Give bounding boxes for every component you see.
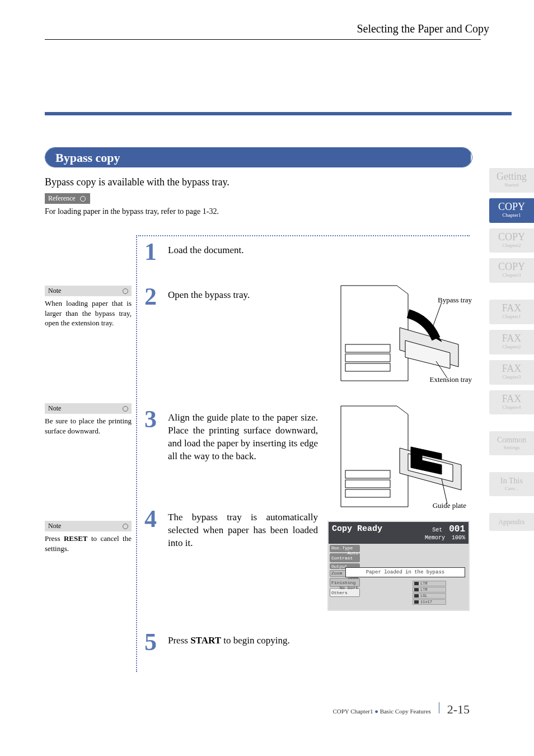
tab-title: Getting — [496, 171, 527, 182]
step-2: 2 Open the bypass tray. — [144, 286, 318, 308]
svg-rect-6 — [345, 470, 390, 478]
step-number: 3 — [144, 408, 160, 463]
lcd-btn-doctype[interactable]: Doc.TypeAuto — [330, 545, 360, 552]
label-extension-tray: Extension tray — [430, 375, 472, 384]
tab-sub: Chapter1 — [489, 314, 534, 320]
tab-appendix[interactable]: Appendix — [489, 513, 534, 531]
tab-title: COPY — [498, 231, 525, 242]
circle-icon — [123, 288, 128, 294]
lcd-tray-item[interactable]: LGL — [413, 593, 446, 599]
tab-sub: Chapter1 — [489, 212, 534, 218]
step-text: Open the bypass tray. — [168, 286, 250, 308]
page-footer: COPY Chapter1 ● Basic Copy Features 2-15 — [332, 702, 470, 717]
tab-copy-ch1[interactable]: COPY Chapter1 — [489, 198, 534, 223]
svg-rect-0 — [345, 344, 390, 352]
svg-rect-1 — [345, 354, 390, 362]
step-text: Press START to begin copying. — [168, 631, 290, 654]
note-label: Note — [45, 521, 132, 531]
tab-sub: Settings — [489, 445, 534, 451]
tab-sub: Chapter2 — [489, 344, 534, 350]
step-text: Align the guide plate to the paper size.… — [168, 408, 318, 463]
lcd-body: Doc.TypeAuto Contrast Output Zoom100% Fi… — [329, 544, 469, 610]
label-guide-plate: Guide plate — [433, 501, 466, 510]
svg-rect-7 — [345, 480, 390, 488]
step-4: 4 The bypass tray is automatically selec… — [144, 508, 318, 550]
lcd-header: Copy Ready Set 001 Memory 100% — [329, 522, 469, 544]
header-rule — [45, 39, 481, 40]
tab-sub: Case... — [489, 486, 534, 492]
tab-title: Appendix — [498, 518, 524, 526]
section-title-text: Bypass copy — [45, 148, 471, 167]
step-number: 4 — [144, 508, 160, 550]
tray-icon — [414, 588, 419, 591]
step-number: 1 — [144, 241, 160, 263]
tab-sub: Chapter3 — [489, 374, 534, 380]
step-3: 3 Align the guide plate to the paper siz… — [144, 408, 318, 463]
lcd-title: Copy Ready — [332, 524, 382, 542]
step-1: 1 Load the document. — [144, 241, 318, 263]
tab-fax-ch3[interactable]: FAX Chapter3 — [489, 360, 534, 385]
note-text: Be sure to place the printing surface do… — [45, 416, 132, 436]
reference-text: For loading paper in the bypass tray, re… — [45, 207, 219, 216]
steps-column: 1 Load the document. 2 Open the bypass t… — [144, 241, 318, 666]
note-label: Note — [45, 286, 132, 296]
dotted-divider-horizontal — [138, 235, 470, 236]
tray-icon — [414, 582, 419, 585]
tab-getting-started[interactable]: Getting Started — [489, 168, 534, 193]
circle-icon — [123, 524, 128, 529]
circle-icon — [123, 406, 128, 412]
tab-title: COPY — [498, 261, 525, 272]
tray-icon — [414, 594, 419, 598]
tab-title: FAX — [502, 363, 522, 374]
section-intro: Bypass copy is available with the bypass… — [45, 176, 229, 188]
tab-sub: Started — [489, 182, 534, 188]
reference-label: Reference — [45, 193, 90, 204]
footer-separator — [439, 702, 439, 713]
reference-label-text: Reference — [48, 194, 76, 203]
step-text: Load the document. — [168, 241, 244, 263]
tab-sub: Chapter2 — [489, 242, 534, 249]
illustration-bypass-tray: Bypass tray Extension tray — [330, 280, 470, 386]
tab-title: COPY — [498, 201, 525, 212]
circle-icon — [80, 196, 86, 202]
step-5: 5 Press START to begin copying. — [144, 631, 318, 654]
tab-title: In This — [500, 477, 523, 485]
divider-bar — [45, 112, 512, 115]
tray-icon — [414, 600, 419, 604]
lcd-status: Set 001 Memory 100% — [425, 524, 465, 542]
tab-title: FAX — [502, 302, 522, 314]
note-label: Note — [45, 403, 132, 414]
tab-copy-ch2[interactable]: COPY Chapter2 — [489, 228, 534, 253]
note-3: Note Press RESET to cancel the settings. — [45, 521, 132, 553]
section-title: Bypass copy — [45, 147, 472, 167]
note-text: When loading paper that is larger than t… — [45, 298, 132, 328]
tab-fax-ch2[interactable]: FAX Chapter2 — [489, 330, 534, 354]
lcd-message: Paper loaded in the bypass — [345, 567, 465, 577]
lcd-tray-list: LTR LTR LGL 11x17 — [413, 581, 446, 605]
label-bypass-tray: Bypass tray — [438, 296, 472, 305]
tab-sub: Chapter4 — [489, 404, 534, 410]
lcd-tray-item[interactable]: LTR — [413, 581, 446, 586]
svg-rect-2 — [345, 363, 390, 371]
page-header: Selecting the Paper and Copy — [45, 22, 489, 35]
lcd-screen: Copy Ready Set 001 Memory 100% Doc.TypeA… — [327, 521, 470, 611]
tab-fax-ch1[interactable]: FAX Chapter1 — [489, 300, 534, 324]
lcd-tray-item[interactable]: LTR — [413, 587, 446, 592]
lcd-tray-item[interactable]: 11x17 — [413, 599, 446, 605]
copier-guideplate-icon — [330, 400, 470, 512]
dotted-divider-vertical — [136, 235, 137, 672]
tab-sub: Chapter3 — [489, 272, 534, 278]
tab-title: FAX — [502, 333, 522, 344]
footer-chapter: COPY Chapter1 ● Basic Copy Features — [332, 708, 430, 715]
tab-common-settings[interactable]: Common Settings — [489, 431, 534, 455]
step-number: 5 — [144, 631, 160, 654]
step-text: The bypass tray is automatically selecte… — [168, 508, 318, 550]
note-1: Note When loading paper that is larger t… — [45, 286, 132, 328]
page-number: 2-15 — [447, 702, 470, 717]
note-2: Note Be sure to place the printing surfa… — [45, 403, 132, 436]
tab-copy-ch3[interactable]: COPY Chapter3 — [489, 258, 534, 283]
note-text: Press RESET to cancel the settings. — [45, 534, 132, 553]
tab-in-this-case[interactable]: In This Case... — [489, 472, 534, 496]
tab-title: FAX — [502, 393, 522, 404]
tab-fax-ch4[interactable]: FAX Chapter4 — [489, 390, 534, 415]
